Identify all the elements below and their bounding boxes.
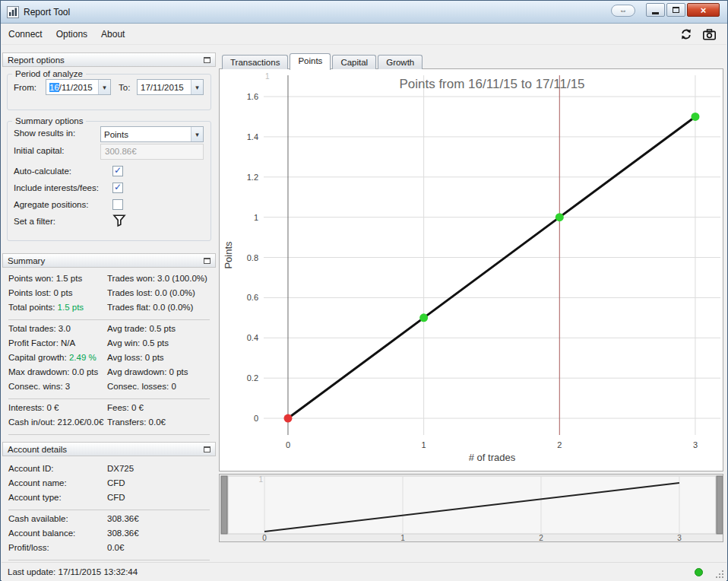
report-options-header: Report options (2, 52, 216, 67)
svg-text:1: 1 (422, 440, 426, 449)
account-row: Account name:CFD (8, 477, 210, 491)
auto-calculate-label: Auto-calculate: (14, 167, 71, 176)
set-filter-label: Set a filter: (14, 217, 55, 226)
summary-row: Total trades: 3.0Avg trade: 0.5 pts (8, 322, 210, 337)
app-icon (7, 6, 19, 18)
summary-title: Summary (8, 256, 45, 265)
summary-cell-value: 0.5 pts (147, 324, 176, 333)
minimize-icon (652, 12, 659, 14)
screenshot-button[interactable] (702, 27, 716, 41)
summary-cell-value: 0.0€ (146, 417, 166, 427)
account-label: Account ID: (8, 464, 53, 473)
maximize-icon (673, 7, 679, 13)
svg-text:0.8: 0.8 (247, 253, 258, 262)
svg-text:1.2: 1.2 (247, 173, 258, 182)
account-details-grid: Account ID:DX725Account name:CFDAccount … (2, 460, 216, 560)
summary-cell: Avg loss: 0 pts (107, 353, 164, 362)
svg-text:3: 3 (677, 534, 682, 541)
svg-text:0: 0 (254, 414, 258, 423)
window-controls: ⇔ × (611, 3, 720, 17)
summary-cell: Capital growth: 2.49 % (8, 353, 97, 362)
initial-capital-field[interactable]: 300.86€ (100, 144, 204, 160)
close-icon: × (701, 5, 707, 16)
float-panel-icon[interactable] (204, 446, 210, 452)
account-label: Account balance: (8, 529, 75, 538)
refresh-icon (680, 28, 692, 40)
summary-cell-value: 3 (63, 382, 71, 391)
tab-growth[interactable]: Growth (378, 55, 423, 69)
svg-text:1: 1 (400, 534, 405, 541)
chevron-down-icon: ▾ (98, 80, 110, 94)
summary-cell-value: 2.49 % (67, 353, 97, 362)
period-groupbox: Period of analyze From: 16/11/2015 ▾ To:… (7, 69, 211, 110)
svg-text:2: 2 (557, 440, 562, 449)
minimize-button[interactable] (646, 3, 665, 17)
filter-button[interactable] (112, 214, 126, 229)
menu-connect[interactable]: Connect (2, 25, 49, 43)
agregate-positions-checkbox[interactable] (112, 199, 123, 210)
tab-capital[interactable]: Capital (332, 55, 376, 69)
agregate-positions-label: Agregate positions: (14, 200, 88, 209)
svg-text:1: 1 (254, 213, 258, 222)
tab-transactions[interactable]: Transactions (222, 55, 288, 69)
from-label: From: (14, 83, 36, 92)
to-date-select[interactable]: 17/11/2015 ▾ (137, 79, 204, 95)
summary-cell-label: Avg win: (107, 338, 140, 348)
summary-cell-value: 3.0 (100.0%) (155, 274, 207, 283)
detach-icon: ⇔ (619, 6, 627, 14)
window-title: Report Tool (24, 7, 70, 17)
summary-cell: Points won: 1.5 pts (8, 274, 82, 283)
summary-row: Capital growth: 2.49 %Avg loss: 0 pts (8, 351, 210, 366)
show-results-select[interactable]: Points ▾ (100, 126, 204, 142)
chevron-down-icon: ▾ (191, 80, 203, 94)
float-panel-icon[interactable] (204, 258, 210, 264)
range-handle-right[interactable] (717, 476, 723, 534)
svg-text:# of trades: # of trades (469, 452, 516, 463)
summary-cell-value: 1.5 pts (55, 303, 84, 312)
refresh-button[interactable] (679, 27, 693, 41)
account-value: DX725 (107, 464, 134, 473)
close-button[interactable]: × (687, 3, 720, 17)
svg-text:0.4: 0.4 (247, 333, 258, 342)
menu-options[interactable]: Options (49, 25, 94, 43)
svg-text:2: 2 (539, 534, 543, 541)
account-value: 308.36€ (107, 514, 139, 523)
range-selector-chart[interactable]: 01231 (220, 475, 723, 541)
connection-status-dot (695, 568, 703, 576)
summary-cell: Cash in/out: 212.0€/0.0€ (8, 417, 103, 427)
summary-cell-value: N/A (59, 338, 75, 348)
svg-text:3: 3 (693, 440, 698, 449)
summary-cell-label: Transfers: (107, 417, 146, 427)
include-interests-checkbox[interactable]: ✓ (112, 183, 123, 193)
detach-button[interactable]: ⇔ (611, 5, 635, 17)
account-label: Account type: (8, 493, 62, 502)
summary-cell-value: 0 € (129, 403, 144, 412)
account-value: 308.36€ (107, 529, 139, 538)
summary-cell-label: Points won: (8, 274, 53, 283)
float-panel-icon[interactable] (204, 57, 210, 63)
summary-cell: Avg win: 0.5 pts (107, 338, 169, 348)
show-results-label: Show results in: (14, 129, 75, 138)
summary-cell-label: Cash in/out: (8, 417, 55, 427)
from-date-select[interactable]: 16/11/2015 ▾ (46, 79, 111, 95)
summary-cell-value: 1.5 pts (53, 274, 82, 283)
maximize-button[interactable] (666, 3, 685, 17)
auto-calculate-checkbox[interactable]: ✓ (112, 166, 123, 176)
summary-cell: Avg drawdown: 0 pts (107, 367, 188, 376)
range-handle-left[interactable] (221, 476, 227, 534)
account-row: Profit/loss:0.0€ (8, 541, 210, 556)
points-chart-panel: 00.20.40.60.811.21.41.60123Points from 1… (219, 68, 723, 471)
summary-row: Points lost: 0 ptsTrades lost: 0.0 (0.0%… (8, 287, 210, 301)
summary-cell-label: Trades lost: (107, 288, 153, 297)
summary-grid: Points won: 1.5 ptsTrades won: 3.0 (100.… (2, 270, 216, 435)
menu-about[interactable]: About (94, 25, 131, 43)
summary-cell-label: Total points: (8, 303, 55, 312)
summary-cell: Profit Factor: N/A (8, 338, 75, 348)
include-interests-label: Include interests/fees: (14, 183, 99, 192)
summary-cell-value: 0 pts (166, 367, 188, 376)
resize-grip[interactable] (714, 569, 725, 579)
summary-cell-label: Avg loss: (107, 353, 142, 362)
tab-points[interactable]: Points (290, 53, 331, 70)
summary-cell-label: Profit Factor: (8, 338, 59, 348)
points-chart[interactable]: 00.20.40.60.811.21.41.60123Points from 1… (220, 69, 723, 471)
